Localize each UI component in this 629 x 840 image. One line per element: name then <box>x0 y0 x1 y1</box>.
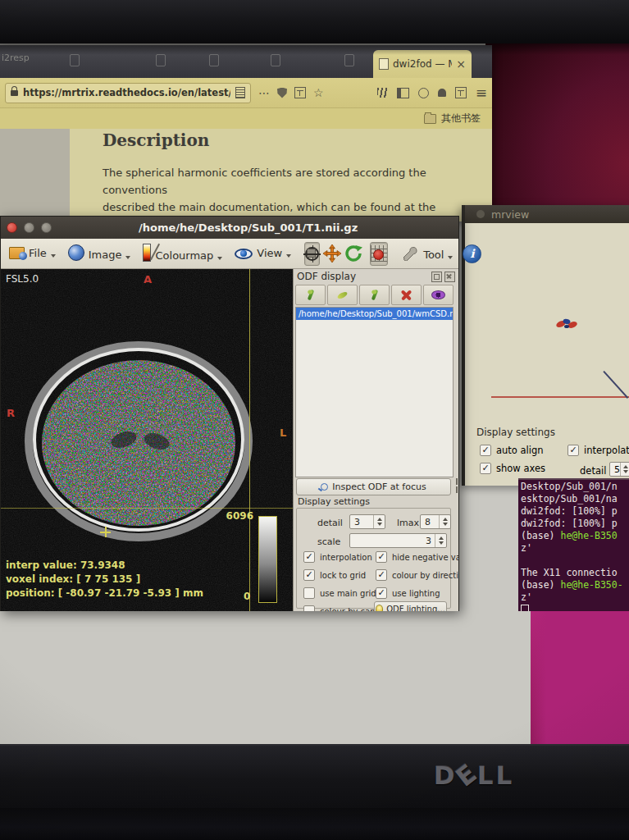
close-button[interactable] <box>7 222 17 233</box>
panel-close-button[interactable] <box>444 272 455 282</box>
panel-detach-button[interactable] <box>431 272 442 282</box>
show-axes-checkbox[interactable]: ✓ show axes <box>480 463 545 474</box>
use-lighting-checkbox[interactable]: ✓ use lighting <box>376 587 440 599</box>
library-icon[interactable] <box>377 88 388 98</box>
magnifier-icon <box>321 483 328 491</box>
hamburger-menu-icon[interactable]: ≡ <box>476 86 487 100</box>
url-bar[interactable]: https://mrtrix.readthedocs.io/en/latest/… <box>5 83 251 103</box>
x-axis-line <box>491 396 629 398</box>
url-text: https://mrtrix.readthedocs.io/en/latest/… <box>23 87 230 98</box>
terminal-line <box>521 555 629 567</box>
inactive-tab-icon[interactable] <box>156 54 166 66</box>
odf-glyph-icon <box>371 290 378 301</box>
orientation-left: L <box>280 427 286 439</box>
dell-logo: DELL <box>417 760 531 790</box>
pocket-icon[interactable] <box>455 87 467 98</box>
docs-page: Description The spherical harmonic coeff… <box>0 129 492 221</box>
bookmark-star-icon[interactable]: ☆ <box>313 87 324 98</box>
tab-dwi2fod[interactable]: dwi2fod — M × <box>373 50 472 78</box>
odf-open-button[interactable] <box>295 285 326 305</box>
inactive-tab-icon[interactable] <box>271 54 280 66</box>
position-readout: position: [ -80.97 -21.79 -5.93 ] mm <box>6 587 203 599</box>
monitor-photo: i2resp dwi2fod — M × https://mrtrix.read… <box>0 0 629 840</box>
orientation-anterior: A <box>144 273 152 285</box>
fsl-version-label: FSL5.0 <box>6 273 39 285</box>
terminal-line: (base) he@he-B350- <box>521 579 629 591</box>
odf-panel-title: ODF display <box>297 271 356 282</box>
grid-icon <box>371 245 387 262</box>
inactive-tab-icon[interactable] <box>209 54 219 66</box>
notifications-icon[interactable] <box>438 89 446 97</box>
odf-hide-button[interactable] <box>423 285 454 305</box>
interp-value-readout: interp value: 73.9348 <box>6 559 125 571</box>
odf-close-file-button[interactable] <box>391 285 422 305</box>
image-menu-button[interactable]: Image <box>64 242 137 265</box>
terminal-line: dwi2fod: [100%] p <box>521 505 629 518</box>
detail-label: detail <box>580 465 606 477</box>
mrview2-render-canvas[interactable] <box>465 223 629 425</box>
image-menu-label: Image <box>89 249 122 261</box>
detail-spinbox[interactable]: 5 <box>609 462 629 477</box>
docs-paragraph: The spherical harmonic coefficients are … <box>103 165 472 221</box>
auto-align-checkbox[interactable]: ✓ auto align <box>480 445 544 456</box>
rotate-mode-button[interactable] <box>344 242 364 266</box>
mrview-titlebar[interactable]: /home/he/Desktop/Sub_001/T1.nii.gz <box>1 217 458 239</box>
inactive-tab-icon[interactable] <box>344 54 354 66</box>
crosshair-vertical-line <box>249 269 250 611</box>
tab-close-icon[interactable]: × <box>456 57 466 71</box>
hide-negative-values-checkbox[interactable]: ✓ hide negative values <box>376 551 458 563</box>
chevron-down-icon <box>125 256 130 259</box>
inactive-tab-icon[interactable] <box>70 54 80 66</box>
info-button[interactable]: i <box>463 242 481 266</box>
detail-spinbox[interactable]: 3 <box>349 514 385 529</box>
sidebar-icon[interactable] <box>397 88 409 98</box>
interpolation-checkbox[interactable]: ✓ interpolation <box>567 445 629 456</box>
odf-glyph <box>555 316 580 332</box>
mrview2-titlebar[interactable]: mrview <box>465 205 629 223</box>
pan-mode-button[interactable] <box>322 242 342 266</box>
brain-icon <box>68 244 84 261</box>
scale-label: scale <box>317 536 340 547</box>
inspect-odf-button[interactable]: Inspect ODF at focus <box>296 478 451 495</box>
overflow-menu-icon[interactable]: ⋯ <box>258 87 270 98</box>
chevron-down-icon <box>448 256 453 259</box>
use-main-grid-checkbox[interactable]: use main grid <box>303 587 376 599</box>
wallpaper-magenta <box>531 609 629 744</box>
tool-menu-button[interactable]: Tool <box>397 242 458 265</box>
minimize-button[interactable] <box>24 222 34 233</box>
desk-shadow <box>0 808 629 840</box>
reader-mode-icon[interactable] <box>235 87 245 98</box>
odf-file-item-selected[interactable]: /home/he/Desktop/Sub_001/wmCSD.nii <box>296 308 453 320</box>
other-bookmarks[interactable]: 其他书签 <box>441 112 481 126</box>
display-settings-group: detail 3 lmax 8 scale 3 <box>296 508 451 609</box>
display-settings-label: Display settings <box>476 427 555 438</box>
odf-show-button[interactable] <box>359 285 390 305</box>
snap-to-grid-button[interactable] <box>370 242 388 266</box>
translate-icon[interactable] <box>294 87 306 98</box>
scale-spinbox[interactable]: 3 <box>349 533 447 548</box>
odf-open-dixel-button[interactable] <box>327 285 358 305</box>
colourmap-menu-button[interactable]: Colourmap <box>139 241 228 266</box>
tab-label: dwi2fod — M <box>393 58 452 70</box>
browser-tab-bar: i2resp dwi2fod — M × <box>0 45 492 78</box>
mri-viewport[interactable]: FSL5.0 A R L 6096 0 interp value: 73.934… <box>1 269 293 611</box>
lmax-spinbox[interactable]: 8 <box>420 514 451 529</box>
focus-mode-button[interactable] <box>304 242 320 266</box>
odf-lighting-button[interactable]: ODF lighting... <box>374 601 447 611</box>
lock-to-grid-checkbox[interactable]: ✓ lock to grid <box>303 569 366 581</box>
odf-panel-header[interactable]: ODF display <box>294 269 458 284</box>
maximize-button[interactable] <box>41 222 52 233</box>
rotate-arrow-icon <box>344 244 364 263</box>
colour-by-direction-checkbox[interactable]: ✓ colour by direction <box>376 569 458 581</box>
inactive-tab[interactable]: i2resp <box>2 52 30 63</box>
account-icon[interactable] <box>418 88 429 98</box>
odf-file-list[interactable]: /home/he/Desktop/Sub_001/wmCSD.nii <box>295 307 454 477</box>
terminal-window[interactable]: Desktop/Sub_001/n esktop/Sub_001/na dwi2… <box>518 478 629 611</box>
view-menu-button[interactable]: View <box>230 244 297 263</box>
panel-scroll-grip[interactable] <box>454 478 458 496</box>
interpolation-checkbox[interactable]: ✓ interpolation <box>303 551 372 563</box>
page-doc-icon <box>379 58 389 70</box>
terminal-line: The X11 connectio <box>521 567 629 579</box>
shield-icon[interactable] <box>277 88 287 98</box>
file-menu-button[interactable]: File <box>5 244 62 263</box>
